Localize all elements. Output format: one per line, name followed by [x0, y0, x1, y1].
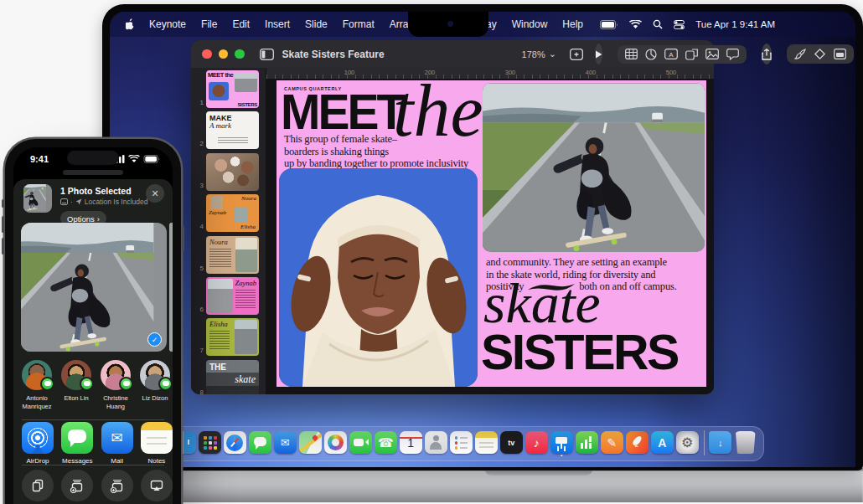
- comment-icon[interactable]: [726, 49, 739, 60]
- menu-item[interactable]: Help: [562, 18, 583, 30]
- selected-photo[interactable]: ✓: [21, 223, 167, 352]
- share-app[interactable]: ✉ Mail: [101, 422, 133, 465]
- textbox-icon[interactable]: A: [664, 49, 678, 59]
- control-center-icon[interactable]: [674, 20, 685, 29]
- dock-app-icon[interactable]: ⚙: [676, 431, 699, 454]
- battery-icon[interactable]: [600, 20, 618, 29]
- dock-app-icon[interactable]: ☎: [375, 431, 397, 454]
- action-button[interactable]: [2, 199, 4, 208]
- portrait-photo[interactable]: [279, 168, 478, 387]
- dock-app-icon[interactable]: [576, 431, 598, 454]
- dock-app-icon[interactable]: [626, 431, 649, 454]
- volume-down-button[interactable]: [2, 238, 4, 255]
- slide-thumbnail[interactable]: Elisha: [206, 318, 259, 356]
- sidebar-icon[interactable]: [260, 49, 274, 60]
- share-contact[interactable]: Antonio Manriquez: [22, 360, 52, 411]
- add-to-shared-album-icon[interactable]: [101, 470, 133, 501]
- slide-thumbnail[interactable]: Noura: [206, 236, 259, 274]
- slide-title-main[interactable]: MEET: [281, 89, 403, 135]
- dock-app-icon[interactable]: tv: [500, 431, 523, 454]
- slide-1-editor[interactable]: CAMPUS QUARTERLY MEET the This group of …: [276, 80, 706, 387]
- chart-icon[interactable]: [645, 49, 657, 60]
- close-window-button[interactable]: [202, 49, 212, 59]
- dock-app-icon[interactable]: ↓: [709, 431, 731, 454]
- dock-app-icon[interactable]: [199, 431, 221, 454]
- dock-app-icon[interactable]: ✎: [601, 431, 623, 454]
- menu-item[interactable]: Slide: [305, 18, 328, 30]
- dock-app-icon[interactable]: [550, 431, 573, 454]
- table-icon[interactable]: [625, 49, 638, 59]
- wifi-icon[interactable]: [629, 20, 642, 29]
- volume-up-button[interactable]: [2, 216, 4, 233]
- share-app[interactable]: Messages: [61, 422, 93, 465]
- search-icon[interactable]: [653, 19, 663, 29]
- menu-item[interactable]: Insert: [265, 18, 290, 30]
- share-contact[interactable]: Elton Lin: [61, 360, 91, 411]
- share-app-icon[interactable]: [22, 422, 54, 454]
- avatar[interactable]: [61, 360, 91, 390]
- menu-item[interactable]: Edit: [232, 18, 250, 30]
- format-icon[interactable]: [794, 49, 806, 60]
- shape-icon[interactable]: [685, 49, 698, 60]
- share-app-icon[interactable]: [61, 422, 93, 454]
- minimize-window-button[interactable]: [219, 49, 229, 59]
- dock-app-icon[interactable]: [249, 431, 271, 454]
- dock-app-icon[interactable]: A: [651, 431, 674, 454]
- dock-app-icon[interactable]: ♪: [525, 431, 548, 454]
- share-icon[interactable]: [762, 44, 772, 64]
- slide-thumbnail[interactable]: MAKE A mark: [206, 111, 259, 149]
- zoom-level-control[interactable]: 178%⌄: [522, 49, 556, 59]
- dock-app-icon[interactable]: [425, 431, 447, 454]
- dock-app-icon[interactable]: ✉: [274, 431, 297, 454]
- add-to-album-icon[interactable]: [61, 470, 93, 501]
- share-contact[interactable]: Christine Huang: [101, 360, 131, 411]
- dock-app-icon[interactable]: [450, 431, 473, 454]
- dock-app-icon[interactable]: [349, 431, 372, 454]
- slide-thumbnail[interactable]: [206, 153, 259, 191]
- slide-thumbnail[interactable]: MEET the SISTERS: [206, 70, 259, 108]
- skater-photo[interactable]: [483, 83, 705, 252]
- animate-icon[interactable]: [814, 48, 826, 60]
- slide-thumbnail[interactable]: THE skate: [206, 360, 259, 394]
- avatar[interactable]: [101, 360, 131, 390]
- slide-outro-script[interactable]: skate: [483, 275, 601, 332]
- share-app-icon[interactable]: ✉: [101, 422, 133, 454]
- menu-item[interactable]: Window: [512, 18, 548, 30]
- menu-item[interactable]: File: [201, 18, 217, 30]
- airplay-icon[interactable]: [141, 470, 173, 501]
- apple-logo-icon[interactable]: [126, 18, 137, 31]
- dock-app-icon[interactable]: [299, 431, 322, 454]
- play-icon[interactable]: [595, 44, 602, 64]
- share-app[interactable]: Notes: [141, 422, 173, 465]
- slide-canvas[interactable]: CAMPUS QUARTERLY MEET the This group of …: [266, 79, 714, 394]
- slide-thumbnail[interactable]: Zaynab: [206, 277, 259, 315]
- slide-outro-main[interactable]: SISTERS: [481, 327, 678, 378]
- share-contact[interactable]: Liz Dizon: [140, 360, 170, 411]
- menu-bar-clock[interactable]: Tue Apr 1 9:41 AM: [695, 19, 775, 29]
- dock-app-icon[interactable]: [324, 431, 347, 454]
- next-photo-peek[interactable]: [169, 223, 173, 352]
- media-icon[interactable]: [705, 49, 719, 59]
- copy-icon[interactable]: [22, 470, 54, 501]
- share-app-icon[interactable]: [141, 422, 173, 454]
- dock-app-icon[interactable]: [475, 431, 498, 454]
- slide-thumbnail[interactable]: Noura Zaynab Elisha: [206, 194, 259, 232]
- avatar[interactable]: [140, 360, 170, 390]
- slide-intro-text[interactable]: This group of female skate– boarders is …: [284, 133, 494, 170]
- dock-app-icon[interactable]: [734, 431, 757, 454]
- menu-item[interactable]: Format: [343, 18, 375, 30]
- close-icon[interactable]: ✕: [146, 184, 164, 203]
- dock-app-icon[interactable]: [224, 431, 246, 454]
- side-button[interactable]: [182, 226, 184, 251]
- document-icon[interactable]: [834, 49, 846, 59]
- slide-number: 4: [191, 223, 204, 230]
- slide-navigator-row: 3: [191, 153, 266, 191]
- dock-app-icon[interactable]: [704, 430, 705, 455]
- zoom-window-button[interactable]: [235, 49, 245, 59]
- avatar[interactable]: [22, 360, 52, 390]
- slide-number: 5: [191, 265, 204, 272]
- menu-item[interactable]: Keynote: [149, 18, 186, 30]
- share-app[interactable]: AirDrop: [22, 422, 54, 465]
- add-slide-icon[interactable]: [570, 49, 583, 60]
- dock-app-icon[interactable]: 1: [400, 431, 422, 454]
